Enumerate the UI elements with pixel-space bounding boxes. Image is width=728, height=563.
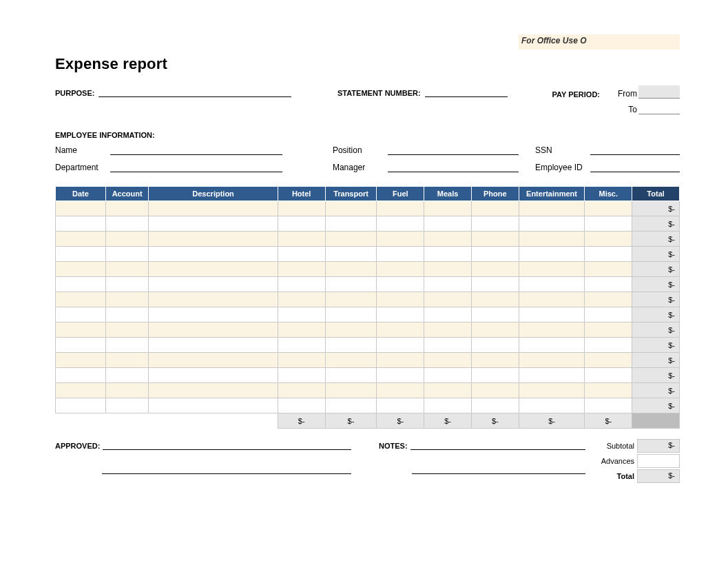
table-cell[interactable] [105,383,148,398]
table-cell[interactable] [56,398,106,413]
table-cell[interactable] [149,353,278,368]
table-cell[interactable] [278,307,325,323]
table-cell[interactable] [325,383,377,398]
table-cell[interactable] [149,292,278,307]
table-cell[interactable] [149,368,278,383]
position-input[interactable] [388,143,519,155]
table-cell[interactable] [424,353,472,368]
table-cell[interactable] [278,398,325,413]
table-cell[interactable] [424,216,472,232]
table-cell[interactable] [278,368,325,383]
table-cell[interactable] [585,216,632,232]
table-cell[interactable] [56,292,106,307]
table-cell[interactable] [519,292,585,307]
table-cell[interactable] [377,368,424,383]
table-cell[interactable] [424,262,472,277]
table-cell[interactable] [105,398,148,413]
table-cell[interactable] [325,232,377,247]
advances-input[interactable] [637,454,680,468]
employee-id-input[interactable] [590,161,680,172]
table-cell[interactable] [585,307,632,323]
table-cell[interactable] [377,307,424,323]
table-cell[interactable] [471,323,519,338]
table-cell[interactable] [56,247,106,262]
table-cell[interactable] [149,398,278,413]
table-cell[interactable] [149,307,278,323]
table-cell[interactable] [325,353,377,368]
table-cell[interactable] [278,232,325,247]
table-cell[interactable] [585,277,632,292]
table-cell[interactable] [519,232,585,247]
table-cell[interactable] [585,247,632,262]
table-cell[interactable] [424,292,472,307]
table-cell[interactable] [377,398,424,413]
table-cell[interactable] [149,383,278,398]
table-cell[interactable] [278,201,325,216]
table-cell[interactable] [278,247,325,262]
table-cell[interactable] [585,262,632,277]
table-cell[interactable] [278,383,325,398]
table-cell[interactable] [377,247,424,262]
table-cell[interactable] [377,292,424,307]
table-cell[interactable] [377,277,424,292]
table-cell[interactable] [585,232,632,247]
table-cell[interactable] [424,323,472,338]
table-cell[interactable] [471,368,519,383]
table-cell[interactable] [56,277,106,292]
table-cell[interactable] [149,232,278,247]
table-cell[interactable] [585,353,632,368]
table-cell[interactable] [105,338,148,353]
approved-input-2[interactable] [102,462,351,474]
table-cell[interactable] [56,216,106,232]
table-cell[interactable] [424,247,472,262]
table-cell[interactable] [278,338,325,353]
table-cell[interactable] [105,292,148,307]
table-cell[interactable] [325,262,377,277]
table-cell[interactable] [471,338,519,353]
table-cell[interactable] [149,247,278,262]
table-cell[interactable] [471,307,519,323]
table-cell[interactable] [149,216,278,232]
pay-to-input[interactable] [638,101,680,114]
table-cell[interactable] [325,368,377,383]
table-cell[interactable] [377,338,424,353]
table-cell[interactable] [105,232,148,247]
table-cell[interactable] [377,216,424,232]
table-cell[interactable] [325,338,377,353]
table-cell[interactable] [585,292,632,307]
table-cell[interactable] [278,292,325,307]
table-cell[interactable] [105,353,148,368]
table-cell[interactable] [149,323,278,338]
table-cell[interactable] [149,338,278,353]
table-cell[interactable] [56,383,106,398]
table-cell[interactable] [377,201,424,216]
table-cell[interactable] [424,277,472,292]
table-cell[interactable] [519,277,585,292]
table-cell[interactable] [424,398,472,413]
table-cell[interactable] [424,368,472,383]
notes-input-2[interactable] [412,462,585,474]
table-cell[interactable] [471,201,519,216]
table-cell[interactable] [56,323,106,338]
notes-input-1[interactable] [410,438,585,450]
table-cell[interactable] [519,247,585,262]
table-cell[interactable] [325,292,377,307]
table-cell[interactable] [56,307,106,323]
table-cell[interactable] [585,323,632,338]
table-cell[interactable] [519,216,585,232]
table-cell[interactable] [471,216,519,232]
table-cell[interactable] [56,353,106,368]
table-cell[interactable] [56,201,106,216]
table-cell[interactable] [325,398,377,413]
table-cell[interactable] [105,323,148,338]
table-cell[interactable] [377,232,424,247]
table-cell[interactable] [56,232,106,247]
ssn-input[interactable] [590,143,680,155]
table-cell[interactable] [585,368,632,383]
table-cell[interactable] [519,368,585,383]
table-cell[interactable] [471,262,519,277]
table-cell[interactable] [105,247,148,262]
table-cell[interactable] [105,307,148,323]
table-cell[interactable] [585,338,632,353]
table-cell[interactable] [149,201,278,216]
